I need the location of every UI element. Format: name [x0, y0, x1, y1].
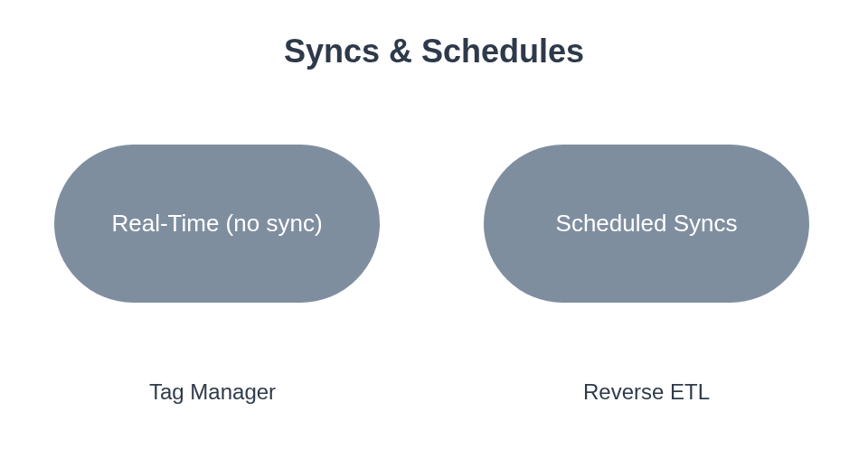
- pill-scheduled-syncs-label: Scheduled Syncs: [556, 210, 738, 238]
- pill-real-time-label: Real-Time (no sync): [111, 210, 322, 238]
- pill-real-time: Real-Time (no sync): [54, 145, 380, 303]
- diagram-title: Syncs & Schedules: [0, 33, 868, 70]
- caption-reverse-etl: Reverse ETL: [583, 379, 710, 405]
- caption-tag-manager: Tag Manager: [149, 379, 276, 405]
- pill-scheduled-syncs: Scheduled Syncs: [484, 145, 809, 303]
